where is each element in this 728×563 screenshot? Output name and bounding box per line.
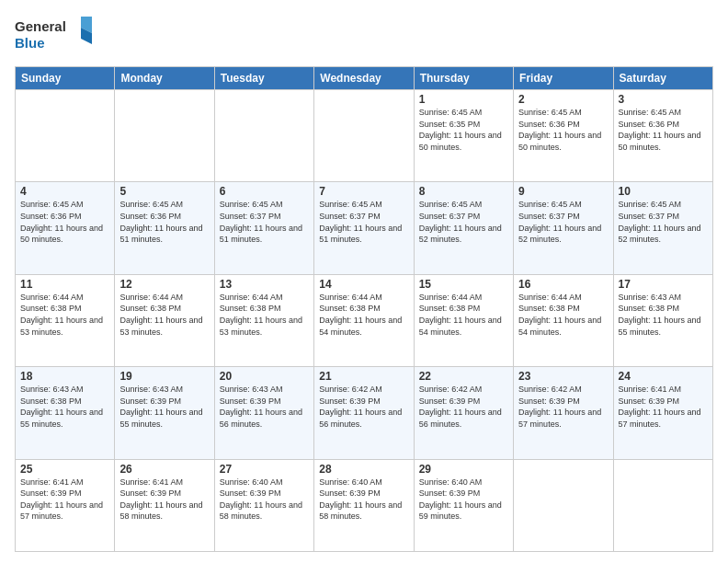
calendar-cell [214,90,313,182]
weekday-header-tuesday: Tuesday [214,67,313,90]
cell-day-number: 11 [20,278,109,291]
calendar-cell [115,90,214,182]
cell-info: Sunrise: 6:44 AMSunset: 6:38 PMDaylight:… [319,293,402,337]
cell-info: Sunrise: 6:41 AMSunset: 6:39 PMDaylight:… [20,477,103,522]
cell-day-number: 2 [518,93,608,106]
cell-day-number: 14 [319,278,408,291]
weekday-header-thursday: Thursday [414,67,513,90]
cell-info: Sunrise: 6:44 AMSunset: 6:38 PMDaylight:… [119,293,202,337]
calendar-cell: 25 Sunrise: 6:41 AMSunset: 6:39 PMDaylig… [16,459,115,551]
cell-info: Sunrise: 6:44 AMSunset: 6:38 PMDaylight:… [220,293,302,337]
calendar-cell: 22 Sunrise: 6:42 AMSunset: 6:39 PMDaylig… [414,367,513,459]
cell-day-number: 22 [419,370,508,383]
calendar-cell: 13 Sunrise: 6:44 AMSunset: 6:38 PMDaylig… [214,274,313,366]
cell-day-number: 18 [20,370,109,383]
calendar-cell: 4 Sunrise: 6:45 AMSunset: 6:36 PMDayligh… [16,182,115,274]
cell-day-number: 28 [319,463,408,476]
cell-info: Sunrise: 6:43 AMSunset: 6:39 PMDaylight:… [119,385,202,429]
calendar-cell: 1 Sunrise: 6:45 AMSunset: 6:35 PMDayligh… [414,90,513,182]
calendar-cell: 5 Sunrise: 6:45 AMSunset: 6:36 PMDayligh… [115,182,214,274]
cell-info: Sunrise: 6:43 AMSunset: 6:38 PMDaylight:… [619,293,701,337]
calendar-cell: 7 Sunrise: 6:45 AMSunset: 6:37 PMDayligh… [314,182,414,274]
logo-svg: General Blue [15,15,97,59]
calendar-cell: 24 Sunrise: 6:41 AMSunset: 6:39 PMDaylig… [613,367,712,459]
cell-day-number: 21 [319,370,408,383]
weekday-header-saturday: Saturday [613,67,712,90]
cell-day-number: 24 [619,370,708,383]
cell-info: Sunrise: 6:45 AMSunset: 6:36 PMDaylight:… [119,200,202,244]
calendar-cell: 27 Sunrise: 6:40 AMSunset: 6:39 PMDaylig… [214,459,313,551]
cell-info: Sunrise: 6:45 AMSunset: 6:37 PMDaylight:… [419,200,502,244]
cell-day-number: 10 [619,185,708,198]
weekday-header-sunday: Sunday [16,67,115,90]
cell-day-number: 4 [20,185,109,198]
cell-info: Sunrise: 6:45 AMSunset: 6:37 PMDaylight:… [220,200,302,244]
cell-day-number: 6 [220,185,309,198]
cell-info: Sunrise: 6:45 AMSunset: 6:37 PMDaylight:… [319,200,402,244]
cell-day-number: 7 [319,185,408,198]
cell-info: Sunrise: 6:41 AMSunset: 6:39 PMDaylight:… [119,477,202,522]
weekday-row: SundayMondayTuesdayWednesdayThursdayFrid… [16,67,713,90]
calendar-cell: 10 Sunrise: 6:45 AMSunset: 6:37 PMDaylig… [613,182,712,274]
page: General Blue SundayMondayTuesdayWednesda… [0,0,728,563]
cell-info: Sunrise: 6:44 AMSunset: 6:38 PMDaylight:… [518,293,601,337]
cell-day-number: 13 [220,278,309,291]
cell-info: Sunrise: 6:40 AMSunset: 6:39 PMDaylight:… [419,477,502,522]
logo: General Blue [15,15,97,59]
cell-day-number: 1 [419,93,508,106]
svg-text:Blue: Blue [15,35,45,51]
calendar-cell: 18 Sunrise: 6:43 AMSunset: 6:38 PMDaylig… [16,367,115,459]
cell-info: Sunrise: 6:45 AMSunset: 6:36 PMDaylight:… [619,108,701,152]
cell-day-number: 23 [518,370,608,383]
calendar-cell [16,90,115,182]
calendar-cell: 14 Sunrise: 6:44 AMSunset: 6:38 PMDaylig… [314,274,414,366]
cell-day-number: 16 [518,278,608,291]
calendar-cell: 15 Sunrise: 6:44 AMSunset: 6:38 PMDaylig… [414,274,513,366]
calendar-week-row: 1 Sunrise: 6:45 AMSunset: 6:35 PMDayligh… [16,90,713,182]
cell-info: Sunrise: 6:43 AMSunset: 6:38 PMDaylight:… [20,385,103,429]
calendar-cell [514,459,613,551]
calendar-header: SundayMondayTuesdayWednesdayThursdayFrid… [16,67,713,90]
cell-info: Sunrise: 6:40 AMSunset: 6:39 PMDaylight:… [220,477,302,522]
calendar-cell: 3 Sunrise: 6:45 AMSunset: 6:36 PMDayligh… [613,90,712,182]
cell-day-number: 15 [419,278,508,291]
calendar-cell [613,459,712,551]
calendar-cell: 16 Sunrise: 6:44 AMSunset: 6:38 PMDaylig… [514,274,613,366]
calendar-cell: 28 Sunrise: 6:40 AMSunset: 6:39 PMDaylig… [314,459,414,551]
cell-info: Sunrise: 6:40 AMSunset: 6:39 PMDaylight:… [319,477,402,522]
weekday-header-wednesday: Wednesday [314,67,414,90]
calendar-cell: 11 Sunrise: 6:44 AMSunset: 6:38 PMDaylig… [16,274,115,366]
cell-info: Sunrise: 6:45 AMSunset: 6:36 PMDaylight:… [20,200,103,244]
cell-day-number: 17 [619,278,708,291]
calendar-week-row: 11 Sunrise: 6:44 AMSunset: 6:38 PMDaylig… [16,274,713,366]
cell-info: Sunrise: 6:44 AMSunset: 6:38 PMDaylight:… [419,293,502,337]
calendar-cell [314,90,414,182]
weekday-header-monday: Monday [115,67,214,90]
calendar-cell: 9 Sunrise: 6:45 AMSunset: 6:37 PMDayligh… [514,182,613,274]
calendar-cell: 29 Sunrise: 6:40 AMSunset: 6:39 PMDaylig… [414,459,513,551]
cell-day-number: 8 [419,185,508,198]
calendar-cell: 19 Sunrise: 6:43 AMSunset: 6:39 PMDaylig… [115,367,214,459]
cell-day-number: 19 [119,370,209,383]
calendar-week-row: 18 Sunrise: 6:43 AMSunset: 6:38 PMDaylig… [16,367,713,459]
calendar-week-row: 25 Sunrise: 6:41 AMSunset: 6:39 PMDaylig… [16,459,713,551]
cell-info: Sunrise: 6:45 AMSunset: 6:37 PMDaylight:… [518,200,601,244]
calendar-table: SundayMondayTuesdayWednesdayThursdayFrid… [15,66,713,552]
calendar-cell: 23 Sunrise: 6:42 AMSunset: 6:39 PMDaylig… [514,367,613,459]
cell-day-number: 5 [119,185,209,198]
cell-info: Sunrise: 6:44 AMSunset: 6:38 PMDaylight:… [20,293,103,337]
header: General Blue [15,15,713,59]
cell-info: Sunrise: 6:42 AMSunset: 6:39 PMDaylight:… [518,385,601,429]
cell-day-number: 25 [20,463,109,476]
calendar-cell: 8 Sunrise: 6:45 AMSunset: 6:37 PMDayligh… [414,182,513,274]
cell-day-number: 3 [619,93,708,106]
calendar-cell: 2 Sunrise: 6:45 AMSunset: 6:36 PMDayligh… [514,90,613,182]
cell-day-number: 12 [119,278,209,291]
calendar-cell: 12 Sunrise: 6:44 AMSunset: 6:38 PMDaylig… [115,274,214,366]
cell-day-number: 27 [220,463,309,476]
cell-info: Sunrise: 6:45 AMSunset: 6:37 PMDaylight:… [619,200,701,244]
cell-info: Sunrise: 6:45 AMSunset: 6:35 PMDaylight:… [419,108,502,152]
calendar-cell: 6 Sunrise: 6:45 AMSunset: 6:37 PMDayligh… [214,182,313,274]
svg-text:General: General [15,18,66,34]
cell-info: Sunrise: 6:41 AMSunset: 6:39 PMDaylight:… [619,385,701,429]
